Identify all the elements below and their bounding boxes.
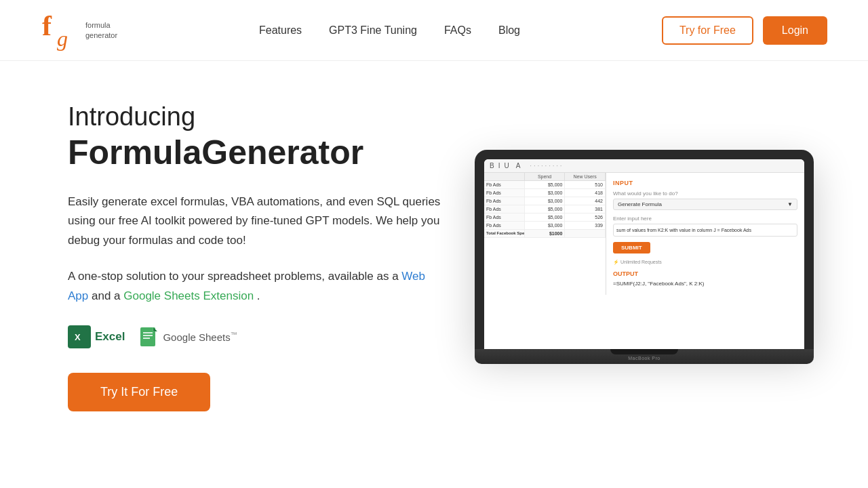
generate-dropdown[interactable]: Generate Formula ▼: [613, 199, 797, 210]
hero-mockup: B I U A · · · · · · · · · Spend New User: [475, 150, 814, 364]
excel-badge: X Excel: [68, 325, 125, 348]
output-formula: =SUMIF(J2:J, "Facebook Ads", K 2:K): [613, 280, 797, 288]
laptop-base: MacBook Pro: [475, 349, 814, 364]
hero-description: Easily generate excel formulas, VBA auto…: [68, 192, 448, 251]
laptop-notch: [610, 349, 678, 354]
input-question: What would you like to do?: [613, 190, 797, 197]
unlimited-text: ⚡ Unlimited Requests: [613, 260, 797, 265]
laptop-model-label: MacBook Pro: [475, 356, 814, 361]
gsheets-icon: [138, 325, 157, 348]
laptop-content: Spend New Users Fb Ads$5,000510 Fb Ads$3…: [484, 173, 804, 296]
navbar: f g formula generator Features GPT3 Fine…: [0, 0, 868, 61]
input-label: Enter input here: [613, 216, 797, 222]
nav-links: Features GPT3 Fine Tuning FAQs Blog: [259, 24, 520, 37]
output-section-title: OUTPUT: [613, 270, 797, 277]
try-it-free-button[interactable]: Try It For Free: [68, 373, 210, 411]
svg-text:g: g: [57, 26, 68, 51]
hero-intro: Introducing: [68, 102, 448, 133]
logo[interactable]: f g formula generator: [41, 7, 117, 54]
hero-subtext: A one-stop solution to your spreadsheet …: [68, 267, 448, 306]
laptop-screen: B I U A · · · · · · · · · Spend New User: [484, 159, 804, 349]
excel-icon: X: [68, 325, 91, 348]
hero-title: FormulaGenerator: [68, 133, 448, 172]
tool-panel: INPUT What would you like to do? Generat…: [606, 173, 804, 296]
toolbar: B I U A · · · · · · · · ·: [484, 159, 804, 173]
formula-textarea[interactable]: sum of values from K2:K with value in co…: [613, 224, 797, 237]
submit-button[interactable]: SUBMIT: [613, 242, 650, 253]
nav-gpt3[interactable]: GPT3 Fine Tuning: [329, 24, 417, 37]
laptop-container: B I U A · · · · · · · · · Spend New User: [475, 150, 814, 364]
try-free-button[interactable]: Try for Free: [662, 16, 753, 45]
svg-text:f: f: [42, 10, 52, 41]
laptop-outer: B I U A · · · · · · · · · Spend New User: [475, 150, 814, 349]
nav-faqs[interactable]: FAQs: [444, 24, 471, 37]
extension-link[interactable]: Google Sheets Extension: [123, 289, 254, 302]
gsheets-badge: Google Sheets™: [138, 325, 237, 348]
google-sheets-logo-text: Google Sheets™: [163, 331, 237, 343]
hero-content: Introducing FormulaGenerator Easily gene…: [68, 102, 448, 411]
nav-blog[interactable]: Blog: [498, 24, 520, 37]
input-section-title: INPUT: [613, 180, 797, 186]
spreadsheet-panel: Spend New Users Fb Ads$5,000510 Fb Ads$3…: [484, 173, 606, 296]
svg-text:X: X: [75, 332, 81, 342]
nav-features[interactable]: Features: [259, 24, 302, 37]
hero-section: Introducing FormulaGenerator Easily gene…: [0, 61, 868, 466]
login-button[interactable]: Login: [763, 16, 827, 45]
logos-row: X Excel Google Sheets™: [68, 325, 448, 348]
excel-label: Excel: [95, 330, 125, 344]
nav-actions: Try for Free Login: [662, 16, 827, 45]
